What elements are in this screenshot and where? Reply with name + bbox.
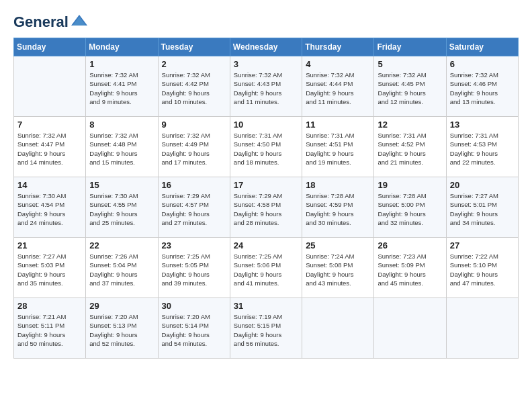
day-cell: 14Sunrise: 7:30 AM Sunset: 4:54 PM Dayli… bbox=[14, 177, 86, 238]
day-cell bbox=[374, 298, 446, 359]
day-cell: 15Sunrise: 7:30 AM Sunset: 4:55 PM Dayli… bbox=[86, 177, 158, 238]
week-row-0: 1Sunrise: 7:32 AM Sunset: 4:41 PM Daylig… bbox=[14, 56, 519, 117]
day-cell: 29Sunrise: 7:20 AM Sunset: 5:13 PM Dayli… bbox=[86, 298, 158, 359]
day-info: Sunrise: 7:31 AM Sunset: 4:52 PM Dayligh… bbox=[378, 131, 442, 167]
page-header: General bbox=[13, 13, 519, 27]
day-number: 19 bbox=[378, 180, 442, 190]
day-info: Sunrise: 7:29 AM Sunset: 4:57 PM Dayligh… bbox=[162, 191, 226, 227]
day-number: 29 bbox=[89, 301, 154, 311]
day-number: 17 bbox=[234, 180, 298, 190]
day-cell: 3Sunrise: 7:32 AM Sunset: 4:43 PM Daylig… bbox=[230, 56, 302, 117]
calendar-header: SundayMondayTuesdayWednesdayThursdayFrid… bbox=[14, 38, 519, 56]
day-cell: 17Sunrise: 7:29 AM Sunset: 4:58 PM Dayli… bbox=[230, 177, 302, 238]
day-info: Sunrise: 7:32 AM Sunset: 4:47 PM Dayligh… bbox=[17, 131, 82, 167]
day-cell: 5Sunrise: 7:32 AM Sunset: 4:45 PM Daylig… bbox=[374, 56, 446, 117]
day-cell: 4Sunrise: 7:32 AM Sunset: 4:44 PM Daylig… bbox=[302, 56, 374, 117]
day-number: 7 bbox=[17, 120, 82, 130]
day-info: Sunrise: 7:24 AM Sunset: 5:08 PM Dayligh… bbox=[306, 252, 370, 287]
day-cell: 7Sunrise: 7:32 AM Sunset: 4:47 PM Daylig… bbox=[14, 117, 86, 177]
day-number: 21 bbox=[17, 240, 82, 250]
day-info: Sunrise: 7:22 AM Sunset: 5:10 PM Dayligh… bbox=[450, 252, 515, 287]
day-info: Sunrise: 7:28 AM Sunset: 4:59 PM Dayligh… bbox=[306, 191, 370, 227]
day-info: Sunrise: 7:27 AM Sunset: 5:01 PM Dayligh… bbox=[450, 191, 515, 227]
day-info: Sunrise: 7:30 AM Sunset: 4:54 PM Dayligh… bbox=[17, 191, 82, 227]
day-number: 20 bbox=[450, 180, 515, 190]
header-cell-saturday: Saturday bbox=[446, 38, 518, 56]
day-info: Sunrise: 7:32 AM Sunset: 4:45 PM Dayligh… bbox=[378, 71, 442, 106]
day-number: 5 bbox=[378, 59, 442, 69]
day-info: Sunrise: 7:20 AM Sunset: 5:13 PM Dayligh… bbox=[89, 312, 154, 348]
day-info: Sunrise: 7:28 AM Sunset: 5:00 PM Dayligh… bbox=[378, 191, 442, 227]
day-cell: 31Sunrise: 7:19 AM Sunset: 5:15 PM Dayli… bbox=[230, 298, 302, 359]
week-row-4: 28Sunrise: 7:21 AM Sunset: 5:11 PM Dayli… bbox=[14, 298, 519, 359]
day-info: Sunrise: 7:20 AM Sunset: 5:14 PM Dayligh… bbox=[162, 312, 226, 348]
day-info: Sunrise: 7:32 AM Sunset: 4:43 PM Dayligh… bbox=[234, 71, 298, 106]
day-cell: 13Sunrise: 7:31 AM Sunset: 4:53 PM Dayli… bbox=[446, 117, 518, 177]
day-number: 9 bbox=[162, 120, 226, 130]
day-number: 12 bbox=[378, 120, 442, 130]
calendar-body: 1Sunrise: 7:32 AM Sunset: 4:41 PM Daylig… bbox=[14, 56, 519, 359]
day-cell: 26Sunrise: 7:23 AM Sunset: 5:09 PM Dayli… bbox=[374, 238, 446, 298]
day-info: Sunrise: 7:25 AM Sunset: 5:06 PM Dayligh… bbox=[234, 252, 298, 287]
week-row-1: 7Sunrise: 7:32 AM Sunset: 4:47 PM Daylig… bbox=[14, 117, 519, 177]
week-row-2: 14Sunrise: 7:30 AM Sunset: 4:54 PM Dayli… bbox=[14, 177, 519, 238]
day-cell: 19Sunrise: 7:28 AM Sunset: 5:00 PM Dayli… bbox=[374, 177, 446, 238]
day-cell bbox=[446, 298, 518, 359]
day-number: 13 bbox=[450, 120, 515, 130]
day-info: Sunrise: 7:31 AM Sunset: 4:51 PM Dayligh… bbox=[306, 131, 370, 167]
day-cell: 16Sunrise: 7:29 AM Sunset: 4:57 PM Dayli… bbox=[158, 177, 230, 238]
day-number: 25 bbox=[306, 240, 370, 250]
header-cell-monday: Monday bbox=[86, 38, 158, 56]
day-info: Sunrise: 7:21 AM Sunset: 5:11 PM Dayligh… bbox=[17, 312, 82, 348]
day-info: Sunrise: 7:26 AM Sunset: 5:04 PM Dayligh… bbox=[89, 252, 154, 287]
day-number: 28 bbox=[17, 301, 82, 311]
day-info: Sunrise: 7:32 AM Sunset: 4:44 PM Dayligh… bbox=[306, 71, 370, 106]
header-row: SundayMondayTuesdayWednesdayThursdayFrid… bbox=[14, 38, 519, 56]
day-cell: 18Sunrise: 7:28 AM Sunset: 4:59 PM Dayli… bbox=[302, 177, 374, 238]
day-number: 3 bbox=[234, 59, 298, 69]
day-info: Sunrise: 7:31 AM Sunset: 4:50 PM Dayligh… bbox=[234, 131, 298, 167]
day-cell: 28Sunrise: 7:21 AM Sunset: 5:11 PM Dayli… bbox=[14, 298, 86, 359]
day-number: 31 bbox=[234, 301, 298, 311]
day-number: 8 bbox=[89, 120, 154, 130]
day-number: 23 bbox=[162, 240, 226, 250]
day-cell bbox=[302, 298, 374, 359]
day-info: Sunrise: 7:19 AM Sunset: 5:15 PM Dayligh… bbox=[234, 312, 298, 348]
header-cell-tuesday: Tuesday bbox=[158, 38, 230, 56]
day-info: Sunrise: 7:23 AM Sunset: 5:09 PM Dayligh… bbox=[378, 252, 442, 287]
day-cell: 1Sunrise: 7:32 AM Sunset: 4:41 PM Daylig… bbox=[86, 56, 158, 117]
day-cell: 21Sunrise: 7:27 AM Sunset: 5:03 PM Dayli… bbox=[14, 238, 86, 298]
day-cell: 12Sunrise: 7:31 AM Sunset: 4:52 PM Dayli… bbox=[374, 117, 446, 177]
day-info: Sunrise: 7:30 AM Sunset: 4:55 PM Dayligh… bbox=[89, 191, 154, 227]
logo-general: General bbox=[13, 13, 69, 31]
day-cell: 2Sunrise: 7:32 AM Sunset: 4:42 PM Daylig… bbox=[158, 56, 230, 117]
logo: General bbox=[13, 13, 89, 27]
day-number: 2 bbox=[162, 59, 226, 69]
day-number: 6 bbox=[450, 59, 515, 69]
day-cell: 6Sunrise: 7:32 AM Sunset: 4:46 PM Daylig… bbox=[446, 56, 518, 117]
day-info: Sunrise: 7:29 AM Sunset: 4:58 PM Dayligh… bbox=[234, 191, 298, 227]
day-cell: 30Sunrise: 7:20 AM Sunset: 5:14 PM Dayli… bbox=[158, 298, 230, 359]
day-cell: 9Sunrise: 7:32 AM Sunset: 4:49 PM Daylig… bbox=[158, 117, 230, 177]
day-cell bbox=[14, 56, 86, 117]
day-cell: 10Sunrise: 7:31 AM Sunset: 4:50 PM Dayli… bbox=[230, 117, 302, 177]
day-cell: 24Sunrise: 7:25 AM Sunset: 5:06 PM Dayli… bbox=[230, 238, 302, 298]
day-info: Sunrise: 7:32 AM Sunset: 4:41 PM Dayligh… bbox=[89, 71, 154, 106]
day-number: 1 bbox=[89, 59, 154, 69]
day-number: 24 bbox=[234, 240, 298, 250]
day-info: Sunrise: 7:32 AM Sunset: 4:42 PM Dayligh… bbox=[162, 71, 226, 106]
day-cell: 23Sunrise: 7:25 AM Sunset: 5:05 PM Dayli… bbox=[158, 238, 230, 298]
day-number: 14 bbox=[17, 180, 82, 190]
day-cell: 8Sunrise: 7:32 AM Sunset: 4:48 PM Daylig… bbox=[86, 117, 158, 177]
header-cell-thursday: Thursday bbox=[302, 38, 374, 56]
day-number: 11 bbox=[306, 120, 370, 130]
day-number: 16 bbox=[162, 180, 226, 190]
day-number: 30 bbox=[162, 301, 226, 311]
day-number: 10 bbox=[234, 120, 298, 130]
week-row-3: 21Sunrise: 7:27 AM Sunset: 5:03 PM Dayli… bbox=[14, 238, 519, 298]
day-info: Sunrise: 7:25 AM Sunset: 5:05 PM Dayligh… bbox=[162, 252, 226, 287]
day-cell: 27Sunrise: 7:22 AM Sunset: 5:10 PM Dayli… bbox=[446, 238, 518, 298]
day-number: 26 bbox=[378, 240, 442, 250]
day-info: Sunrise: 7:27 AM Sunset: 5:03 PM Dayligh… bbox=[17, 252, 82, 287]
day-info: Sunrise: 7:32 AM Sunset: 4:46 PM Dayligh… bbox=[450, 71, 515, 106]
